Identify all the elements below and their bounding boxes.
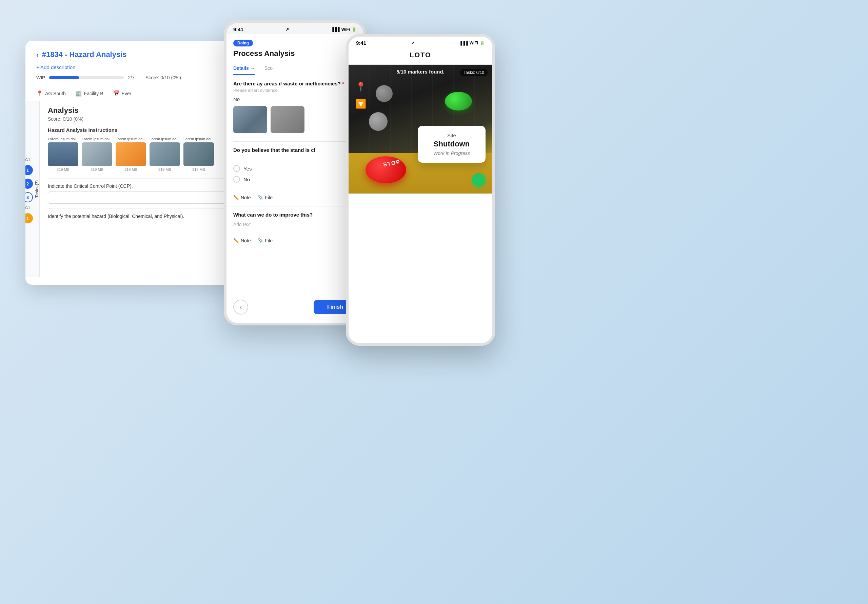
file-button-2[interactable]: 📎 File (258, 238, 273, 243)
image-thumb-3[interactable] (116, 142, 146, 166)
file-icon-2: 📎 (258, 238, 264, 243)
status-time-center: 9:41 (233, 26, 243, 32)
green-button (445, 92, 472, 110)
note-file-row-2: ✏️ Note 📎 File (226, 235, 363, 249)
page-title: #1834 - Hazard Analysis (42, 50, 127, 59)
status-bar-right: 9:41 ↗ ▐▐▐ WiFi 🔋 (349, 37, 492, 48)
note-label-1: Note (241, 195, 251, 200)
location-arrow-icon-right: ↗ (411, 41, 414, 45)
note-button-1[interactable]: ✏️ Note (233, 195, 251, 200)
image-size-3: 319 MB (124, 167, 137, 172)
status-icons-right: ▐▐▐ WiFi 🔋 (459, 41, 485, 45)
location-icon: 📍 (36, 90, 43, 97)
evidence-img-2[interactable] (271, 106, 304, 133)
tab-row: Details → Sco (226, 62, 363, 75)
radio-yes-circle[interactable] (233, 165, 240, 172)
image-item-3[interactable]: Lorem Ipsum dol... ⬇ 319 MB (116, 137, 146, 172)
signal-icon: ▐▐▐ (331, 27, 340, 32)
radio-yes[interactable]: Yes (233, 165, 357, 172)
map-pin-green[interactable]: 📍 (355, 82, 366, 92)
file-button-1[interactable]: 📎 File (258, 195, 273, 200)
question-2-label: Do you believe that the stand is cl (233, 147, 357, 153)
loto-header: LOTO (349, 48, 492, 65)
question-1-label: Are there ay areas if waste or inefficie… (233, 81, 357, 87)
image-item-5[interactable]: Lorem Ipsum dol... ⬇ 319 MB (183, 137, 214, 172)
tab-details[interactable]: Details → (233, 62, 255, 75)
note-button-2[interactable]: ✏️ Note (233, 238, 251, 243)
image-item-2[interactable]: Lorem Ipsum dol... ⬇ 319 MB (82, 137, 112, 172)
nav-back-button[interactable]: ‹ (233, 300, 248, 314)
tasks-sidebar: Tasks (7) G1 1 2 3 G1 1 (25, 101, 40, 277)
gray-button-2 (369, 112, 388, 131)
event-value: Ever (122, 91, 132, 96)
note-label-2: Note (241, 238, 251, 243)
image-size-2: 319 MB (90, 167, 104, 172)
progress-bar (49, 76, 124, 79)
tab-arrow-icon: → (250, 65, 255, 71)
radio-no[interactable]: No (233, 176, 357, 183)
task-badge-3[interactable]: 3 (25, 192, 33, 202)
tab-details-label: Details (233, 65, 249, 71)
loto-image-area: STOP 5/10 markers found. Tasks: 0/10 📍 🔽… (349, 65, 492, 194)
progress-bar-fill (49, 76, 79, 79)
image-thumb-1[interactable] (48, 142, 78, 166)
radio-yes-label: Yes (243, 166, 251, 172)
image-item-1[interactable]: Lorem Ipsum dol... ⬇ 319 MB (48, 137, 78, 172)
image-filename-2: Lorem Ipsum dol... ⬇ (82, 137, 112, 141)
status-bar-center: 9:41 ↗ ▐▐▐ WiFi 🔋 (226, 23, 363, 34)
process-title: Process Analysis (226, 49, 363, 62)
event-icon: 📅 (113, 90, 120, 97)
task-badge-4[interactable]: 1 (25, 213, 33, 223)
image-thumb-5[interactable] (183, 142, 214, 166)
battery-icon: 🔋 (352, 27, 357, 32)
note-icon-1: ✏️ (233, 195, 239, 200)
mobile-card-center: 9:41 ↗ ▐▐▐ WiFi 🔋 Doing Process Analysis… (224, 20, 366, 325)
image-filename-3: Lorem Ipsum dol... ⬇ (116, 137, 146, 141)
tasks-badge: Tasks: 0/10 (460, 69, 488, 76)
image-thumb-2[interactable] (82, 142, 112, 166)
image-size-4: 319 MB (158, 167, 171, 172)
signal-icon-right: ▐▐▐ (459, 41, 468, 45)
location-arrow-icon: ↗ (285, 27, 289, 32)
tab-score[interactable]: Sco (265, 62, 273, 75)
event-meta: 📅 Ever (113, 90, 132, 97)
file-label-2: File (265, 238, 273, 243)
image-size-5: 319 MB (192, 167, 205, 172)
bottom-nav: ‹ Finish (226, 294, 363, 323)
radio-group: Yes No (226, 160, 363, 192)
loto-title: LOTO (355, 51, 485, 59)
image-thumb-4[interactable]: ✓ (150, 142, 180, 166)
note-icon-2: ✏️ (233, 238, 239, 243)
image-filename-4: Lorem Ipsum dol... ⬇ (150, 137, 180, 141)
evidence-img-1[interactable] (233, 106, 267, 133)
stop-label: STOP (383, 159, 401, 168)
popup-site-label: Site (425, 133, 479, 138)
task-badge-1[interactable]: 1 (25, 165, 33, 175)
tasks-label: Tasks (7) (34, 180, 39, 198)
facility-value: Facility B (84, 91, 104, 96)
add-text-area[interactable]: Add text (233, 219, 357, 230)
status-icons-center: ▐▐▐ WiFi 🔋 (331, 27, 357, 32)
radio-no-circle[interactable] (233, 176, 240, 183)
task-badge-2[interactable]: 2 (25, 179, 33, 189)
question-block-3: What can we do to improve this? Add text (226, 206, 363, 235)
file-icon-1: 📎 (258, 195, 264, 200)
evidence-placeholder: Please insert evidence. (233, 88, 357, 93)
image-item-4[interactable]: Lorem Ipsum dol... ⬇ ✓ 319 MB (150, 137, 180, 172)
task-numbers: G1 1 2 3 G1 1 (25, 155, 34, 226)
wifi-icon-right: WiFi (470, 41, 478, 45)
map-pin-teal[interactable]: 🔽 (355, 99, 366, 109)
note-file-row-1: ✏️ Note 📎 File (226, 192, 363, 206)
answer-no: No (233, 96, 357, 102)
green-dot-marker[interactable] (472, 173, 485, 187)
process-card: Doing Process Analysis Details → Sco Are… (226, 34, 363, 325)
group-label-1: G1 (25, 158, 30, 162)
evidence-images (233, 106, 357, 133)
battery-icon-right: 🔋 (480, 41, 485, 45)
image-filename-5: Lorem Ipsum dol... ⬇ (183, 137, 214, 141)
image-filename-1: Lorem Ipsum dol... ⬇ (48, 137, 78, 141)
back-button[interactable]: ‹ (36, 51, 39, 59)
popup-wip-label: Work in Progress (425, 150, 479, 156)
question-3-label: What can we do to improve this? (233, 212, 357, 218)
mobile-card-right: 9:41 ↗ ▐▐▐ WiFi 🔋 LOTO STOP 5/10 markers… (346, 34, 495, 346)
